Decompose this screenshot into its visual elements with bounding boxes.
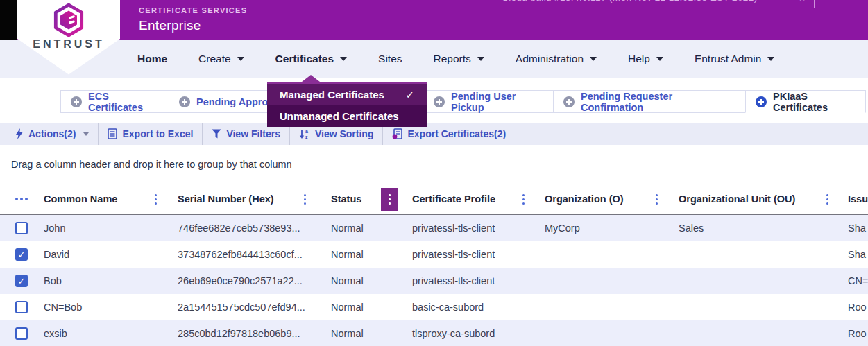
row-checkbox[interactable] bbox=[15, 275, 28, 287]
cell-issuer: Sha bbox=[838, 241, 868, 268]
cell-profile: basic-ca-subord bbox=[406, 294, 534, 320]
nav-create[interactable]: Create bbox=[198, 53, 244, 65]
column-header-organization[interactable]: Organization (O) bbox=[534, 184, 667, 214]
checkmark-icon: ✓ bbox=[405, 89, 414, 101]
column-menu-icon[interactable] bbox=[520, 191, 527, 207]
toolbar-divider bbox=[202, 123, 203, 145]
column-header-serial-number[interactable]: Serial Number (Hex) bbox=[167, 184, 316, 214]
table-row[interactable]: exsib 285c0bd12f97818eb06b9... Normal tl… bbox=[0, 320, 868, 346]
chevron-down-icon bbox=[590, 57, 597, 61]
cell-issuer: CN= bbox=[838, 268, 868, 294]
column-menu-icon[interactable] bbox=[301, 191, 309, 207]
view-sorting-button[interactable]: a z View Sorting bbox=[299, 128, 374, 139]
cell-org-unit bbox=[667, 294, 838, 320]
cell-serial: 285c0bd12f97818eb06b9... bbox=[167, 320, 316, 346]
column-header-issuer[interactable]: Issu bbox=[838, 184, 868, 214]
cloud-build-banner: Cloud build #13.4.0.117 (Mon Nov 21 12:0… bbox=[493, 0, 815, 8]
cell-status: Normal bbox=[316, 268, 406, 294]
column-header-common-name[interactable]: Common Name bbox=[35, 184, 167, 214]
column-menu-icon[interactable] bbox=[152, 191, 160, 207]
ellipsis-icon bbox=[15, 198, 28, 200]
cell-organization bbox=[534, 241, 667, 268]
product-branding: CERTIFICATE SERVICES Enterprise bbox=[139, 6, 247, 33]
cell-common-name: CN=Bob bbox=[35, 294, 167, 320]
row-checkbox[interactable] bbox=[15, 222, 28, 234]
cell-organization: MyCorp bbox=[534, 215, 667, 241]
cell-serial: 26eb69e0ce790c2571a22... bbox=[167, 268, 316, 294]
nav-home[interactable]: Home bbox=[137, 53, 167, 65]
cell-issuer: Roo bbox=[838, 320, 868, 346]
table-row[interactable]: CN=Bob 2a154451575cdc507efd94... Normal … bbox=[0, 294, 868, 320]
nav-help[interactable]: Help bbox=[628, 53, 663, 65]
certificates-dropdown-menu: Managed Certificates ✓ Unmanaged Certifi… bbox=[267, 82, 427, 127]
cell-organization bbox=[534, 268, 667, 294]
close-icon[interactable]: × bbox=[799, 0, 806, 3]
chevron-down-icon bbox=[477, 57, 484, 61]
table-row[interactable]: David 37348762efb844413c60cf... Normal p… bbox=[0, 241, 868, 268]
cell-common-name: exsib bbox=[35, 320, 167, 346]
main-nav: Home Create Certificates Sites Reports A… bbox=[0, 40, 868, 78]
tab-pending-user-pickup[interactable]: Pending User Pickup bbox=[423, 90, 554, 113]
nav-certificates[interactable]: Certificates bbox=[275, 53, 347, 65]
column-menu-icon[interactable] bbox=[824, 191, 831, 207]
cell-organization bbox=[534, 320, 667, 346]
cell-serial: 2a154451575cdc507efd94... bbox=[167, 294, 316, 320]
nav-administration[interactable]: Administration bbox=[516, 53, 597, 65]
column-header-status[interactable]: Status bbox=[316, 184, 406, 214]
nav-entrust-admin[interactable]: Entrust Admin bbox=[695, 53, 775, 65]
row-checkbox[interactable] bbox=[15, 327, 28, 340]
nav-sites[interactable]: Sites bbox=[378, 53, 402, 65]
svg-text:a: a bbox=[305, 129, 308, 134]
cell-org-unit bbox=[667, 320, 838, 346]
chevron-down-icon bbox=[656, 57, 663, 61]
spreadsheet-icon bbox=[108, 128, 117, 139]
chevron-down-icon bbox=[237, 57, 244, 61]
export-certificates-button[interactable]: Export Certificates(2) bbox=[392, 128, 506, 139]
grid-toolbar: Actions(2) Export to Excel View Filters … bbox=[0, 123, 868, 145]
chevron-down-icon bbox=[767, 57, 774, 61]
tab-ecs-certificates[interactable]: ECS Certificates bbox=[60, 90, 169, 113]
menu-item-unmanaged-certificates[interactable]: Unmanaged Certificates bbox=[267, 105, 427, 127]
filter-icon bbox=[212, 129, 221, 139]
cell-org-unit: Sales bbox=[667, 215, 838, 241]
tab-pkiaas-certificates[interactable]: PKIaaS Certificates bbox=[745, 90, 866, 113]
chevron-down-icon bbox=[83, 132, 89, 136]
certificate-export-icon bbox=[392, 128, 402, 139]
actions-button[interactable]: Actions(2) bbox=[15, 128, 89, 139]
circle-plus-icon bbox=[179, 96, 190, 107]
group-by-drop-zone: Drag a column header and drop it here to… bbox=[11, 159, 292, 170]
toolbar-divider bbox=[98, 123, 99, 145]
cell-org-unit bbox=[667, 241, 838, 268]
view-filters-button[interactable]: View Filters bbox=[212, 128, 280, 139]
cell-organization bbox=[534, 294, 667, 320]
cell-status: Normal bbox=[316, 320, 406, 346]
column-chooser[interactable] bbox=[0, 184, 35, 214]
column-menu-icon bbox=[386, 191, 393, 207]
column-menu-button-active[interactable] bbox=[381, 188, 398, 211]
menu-item-managed-certificates[interactable]: Managed Certificates ✓ bbox=[267, 84, 427, 105]
column-header-organizational-unit[interactable]: Organizational Unit (OU) bbox=[667, 184, 838, 214]
cell-profile: tlsproxy-ca-subord bbox=[406, 320, 534, 346]
entrust-hexagon-icon bbox=[53, 3, 85, 37]
export-to-excel-button[interactable]: Export to Excel bbox=[108, 128, 193, 139]
tab-pending-requester-confirmation[interactable]: Pending Requester Confirmation bbox=[553, 90, 746, 113]
window-corner-block bbox=[0, 0, 17, 40]
nav-reports[interactable]: Reports bbox=[434, 53, 484, 65]
column-header-certificate-profile[interactable]: Certificate Profile bbox=[406, 184, 534, 214]
circle-plus-icon bbox=[563, 96, 575, 107]
table-row[interactable]: Bob 26eb69e0ce790c2571a22... Normal priv… bbox=[0, 268, 868, 294]
row-checkbox[interactable] bbox=[15, 301, 28, 313]
column-menu-icon[interactable] bbox=[653, 191, 661, 207]
top-header-bar: CERTIFICATE SERVICES Enterprise Cloud bu… bbox=[0, 0, 868, 40]
table-header-row: Common Name Serial Number (Hex) Status C… bbox=[0, 184, 868, 215]
cell-status: Normal bbox=[316, 241, 406, 268]
cell-profile: privatessl-tls-client bbox=[406, 241, 534, 268]
cell-org-unit bbox=[667, 268, 838, 294]
cell-profile: privatessl-tls-client bbox=[406, 268, 534, 294]
cell-common-name: John bbox=[35, 215, 167, 241]
cell-serial: 37348762efb844413c60cf... bbox=[167, 241, 316, 268]
table-row[interactable]: John 746fee682e7ceb5738e93... Normal pri… bbox=[0, 215, 868, 241]
row-checkbox[interactable] bbox=[15, 248, 28, 261]
cell-status: Normal bbox=[316, 294, 406, 320]
cell-status: Normal bbox=[316, 215, 406, 241]
